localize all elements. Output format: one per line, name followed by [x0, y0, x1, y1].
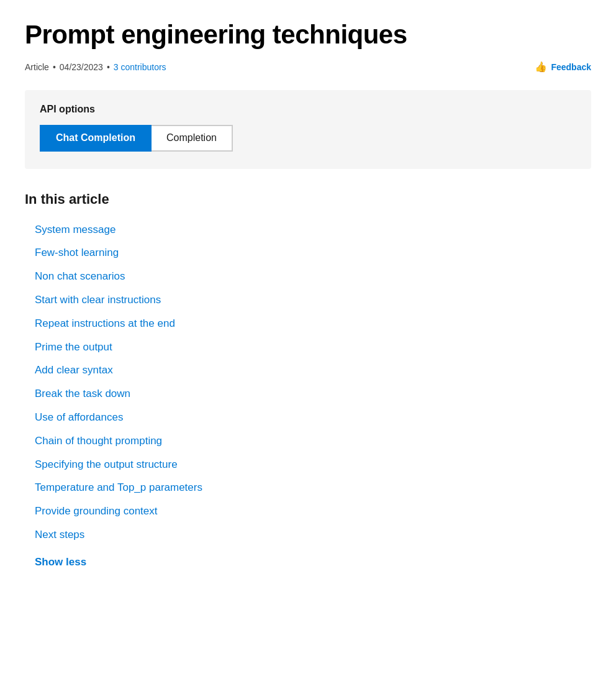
list-item: Few-shot learning [35, 245, 591, 260]
toc-list: System message Few-shot learning Non cha… [35, 222, 591, 542]
toc-link-next-steps[interactable]: Next steps [35, 529, 84, 540]
meta-dot-1: • [53, 62, 56, 72]
toc-link-repeat-instructions[interactable]: Repeat instructions at the end [35, 317, 175, 329]
tab-buttons: Chat Completion Completion [40, 125, 576, 151]
list-item: Start with clear instructions [35, 293, 591, 308]
list-item: Break the task down [35, 386, 591, 401]
list-item: Add clear syntax [35, 363, 591, 378]
list-item: Non chat scenarios [35, 269, 591, 284]
meta-dot-2: • [107, 62, 110, 72]
list-item: Prime the output [35, 340, 591, 355]
toc-link-system-message[interactable]: System message [35, 224, 116, 235]
show-less-link[interactable]: Show less [35, 556, 86, 568]
page-title: Prompt engineering techniques [25, 20, 591, 50]
thumbs-up-icon: 👍 [535, 61, 547, 73]
article-meta: Article • 04/23/2023 • 3 contributors 👍 … [25, 61, 591, 73]
api-options-heading: API options [40, 104, 576, 115]
list-item: Next steps [35, 527, 591, 542]
toc-link-specifying-output-structure[interactable]: Specifying the output structure [35, 458, 178, 470]
tab-completion[interactable]: Completion [152, 125, 233, 151]
toc-link-use-of-affordances[interactable]: Use of affordances [35, 411, 123, 423]
list-item: Chain of thought prompting [35, 434, 591, 449]
toc-link-provide-grounding-context[interactable]: Provide grounding context [35, 505, 158, 517]
toc-link-temperature-top-p[interactable]: Temperature and Top_p parameters [35, 481, 202, 493]
toc-heading: In this article [25, 191, 591, 207]
toc-link-start-with-clear-instructions[interactable]: Start with clear instructions [35, 294, 161, 306]
toc-link-break-the-task-down[interactable]: Break the task down [35, 388, 130, 399]
list-item: Temperature and Top_p parameters [35, 480, 591, 495]
toc-link-chain-of-thought-prompting[interactable]: Chain of thought prompting [35, 435, 162, 447]
feedback-link[interactable]: 👍 Feedback [535, 61, 591, 73]
toc-link-non-chat-scenarios[interactable]: Non chat scenarios [35, 270, 125, 282]
contributors-link[interactable]: 3 contributors [114, 62, 166, 72]
toc-link-add-clear-syntax[interactable]: Add clear syntax [35, 364, 113, 376]
tab-chat-completion[interactable]: Chat Completion [40, 125, 152, 151]
toc-link-few-shot-learning[interactable]: Few-shot learning [35, 247, 119, 258]
article-date: 04/23/2023 [60, 62, 103, 72]
meta-info: Article • 04/23/2023 • 3 contributors [25, 62, 166, 72]
list-item: Use of affordances [35, 410, 591, 425]
article-type: Article [25, 62, 49, 72]
list-item: Repeat instructions at the end [35, 316, 591, 331]
list-item: System message [35, 222, 591, 237]
toc-link-prime-the-output[interactable]: Prime the output [35, 341, 112, 353]
api-options-box: API options Chat Completion Completion [25, 90, 591, 168]
list-item: Specifying the output structure [35, 457, 591, 472]
feedback-label: Feedback [551, 62, 591, 72]
list-item: Provide grounding context [35, 504, 591, 519]
